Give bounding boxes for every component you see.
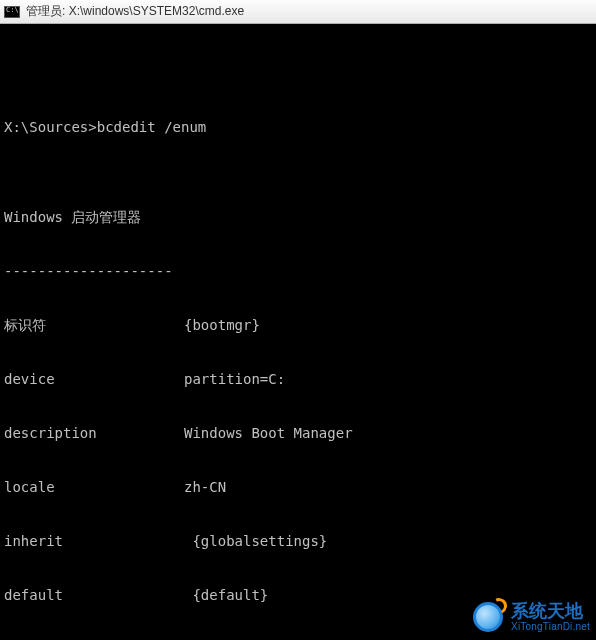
- prompt-command: bcdedit /enum: [97, 118, 207, 136]
- kv-row: inherit {globalsettings}: [4, 532, 592, 550]
- kv-row: localezh-CN: [4, 478, 592, 496]
- globe-icon: [471, 600, 505, 634]
- kv-key: default: [4, 586, 184, 604]
- terminal-output[interactable]: X:\Sources>bcdedit /enum Windows 启动管理器 -…: [0, 24, 596, 640]
- prompt-path: X:\Sources>: [4, 118, 97, 136]
- watermark-cn: 系统天地: [511, 602, 590, 622]
- watermark: 系统天地 XiTongTianDi.net: [471, 600, 590, 634]
- kv-key: 标识符: [4, 316, 184, 334]
- section-rule: --------------------: [4, 262, 592, 280]
- section-heading: Windows 启动管理器: [4, 208, 592, 226]
- kv-row: devicepartition=C:: [4, 370, 592, 388]
- kv-val: zh-CN: [184, 478, 592, 496]
- kv-val: Windows Boot Manager: [184, 424, 592, 442]
- window-title: 管理员: X:\windows\SYSTEM32\cmd.exe: [26, 3, 244, 20]
- kv-key: description: [4, 424, 184, 442]
- kv-key: locale: [4, 478, 184, 496]
- kv-val: {bootmgr}: [184, 316, 592, 334]
- cmd-icon: [4, 6, 20, 18]
- kv-row: 标识符{bootmgr}: [4, 316, 592, 334]
- kv-val: partition=C:: [184, 370, 592, 388]
- kv-val: {globalsettings}: [184, 532, 592, 550]
- kv-key: device: [4, 370, 184, 388]
- titlebar[interactable]: 管理员: X:\windows\SYSTEM32\cmd.exe: [0, 0, 596, 24]
- kv-row: descriptionWindows Boot Manager: [4, 424, 592, 442]
- prompt-line: X:\Sources>bcdedit /enum: [4, 118, 592, 136]
- watermark-url: XiTongTianDi.net: [511, 621, 590, 632]
- kv-key: inherit: [4, 532, 184, 550]
